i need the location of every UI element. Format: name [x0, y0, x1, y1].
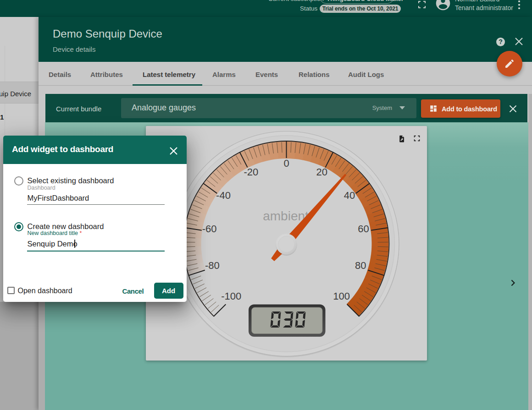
svg-text:-80: -80 [205, 260, 219, 271]
svg-text:-100: -100 [221, 290, 241, 302]
svg-text:0: 0 [283, 158, 289, 169]
svg-text:-60: -60 [202, 223, 216, 235]
svg-text:80: 80 [355, 260, 366, 271]
svg-text:20: 20 [316, 166, 327, 178]
svg-text:-20: -20 [244, 166, 258, 178]
svg-text:60: 60 [358, 223, 369, 235]
svg-text:40: 40 [344, 190, 355, 201]
svg-text:-40: -40 [216, 190, 231, 201]
svg-text:100: 100 [333, 290, 350, 302]
